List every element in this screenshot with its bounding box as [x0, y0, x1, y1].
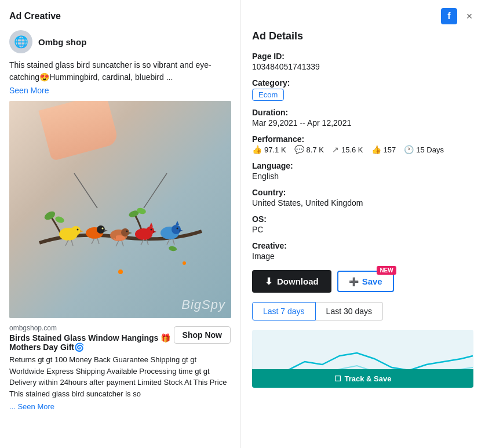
shop-row: 🌐 Ombg shop — [9, 30, 231, 53]
svg-marker-9 — [80, 230, 83, 232]
svg-point-18 — [121, 228, 129, 236]
svg-point-8 — [71, 226, 81, 235]
new-badge: NEW — [377, 266, 396, 275]
track-save-button[interactable]: ☐ Track & Save — [252, 369, 473, 388]
svg-line-44 — [173, 239, 174, 245]
creative-row: Creative: Image — [252, 241, 473, 261]
comments-value: 8.7 K — [307, 145, 324, 154]
svg-point-13 — [97, 225, 105, 234]
svg-marker-14 — [104, 230, 108, 232]
category-label: Category: — [252, 78, 473, 88]
perf-days: 🕐 15 Days — [404, 145, 444, 154]
facebook-icon: f — [441, 8, 457, 24]
duration-label: Duration: — [252, 108, 473, 117]
performance-values: 👍 97.1 K 💬 8.7 K ↗ 15.6 K 👍 157 🕐 — [252, 145, 473, 154]
perf-likes: 👍 97.1 K — [252, 145, 286, 154]
category-row: Category: Ecom — [252, 78, 473, 101]
svg-line-40 — [122, 241, 123, 246]
language-value: English — [252, 172, 473, 181]
page-title: Ad Creative — [9, 11, 61, 21]
svg-line-0 — [74, 173, 97, 208]
svg-point-2 — [43, 210, 56, 221]
ad-details-title: Ad Details — [252, 30, 473, 42]
category-badge: Ecom — [252, 89, 284, 101]
svg-marker-32 — [179, 230, 183, 232]
svg-marker-25 — [149, 223, 153, 227]
ad-image: BigSpy — [9, 101, 231, 318]
svg-point-30 — [172, 225, 181, 234]
svg-line-35 — [65, 240, 68, 246]
timeframe-row: Last 7 days Last 30 days — [252, 302, 473, 320]
country-label: Country: — [252, 188, 473, 197]
bigspy-watermark: BigSpy — [181, 297, 225, 312]
os-value: PC — [252, 225, 473, 234]
language-row: Language: English — [252, 161, 473, 181]
svg-point-21 — [126, 231, 127, 232]
left-panel: 🌐 Ombg shop This stained glass bird sunc… — [0, 0, 240, 448]
track-icon: ☐ — [334, 374, 341, 383]
shop-now-button[interactable]: Shop Now — [174, 326, 231, 344]
actions-row: ⬇ Download ➕ Save NEW — [252, 270, 473, 293]
creative-label: Creative: — [252, 241, 473, 250]
like-outline-icon: 👍 — [371, 145, 381, 154]
clock-icon: 🕐 — [404, 145, 414, 154]
download-icon: ⬇ — [265, 276, 272, 287]
page-id-value: 103484051741339 — [252, 62, 473, 71]
save-plus-icon: ➕ — [349, 277, 359, 286]
last7-button[interactable]: Last 7 days — [252, 302, 316, 320]
page-id-row: Page ID: 103484051741339 — [252, 52, 473, 71]
thumbs-up-icon: 👍 — [252, 145, 262, 154]
shop-name: Ombg shop — [38, 37, 86, 47]
unknown-value: 157 — [384, 145, 396, 154]
header-icons: f × — [441, 8, 476, 24]
svg-line-37 — [92, 238, 94, 244]
download-button[interactable]: ⬇ Download — [252, 270, 331, 293]
language-label: Language: — [252, 161, 473, 170]
last30-button[interactable]: Last 30 days — [316, 302, 383, 320]
close-icon[interactable]: × — [463, 10, 476, 23]
svg-line-38 — [97, 238, 99, 244]
svg-point-10 — [76, 229, 78, 231]
duration-value: Mar 29,2021 -- Apr 12,2021 — [252, 118, 473, 128]
country-row: Country: United States, United Kingdom — [252, 188, 473, 207]
svg-line-39 — [116, 241, 119, 246]
hand-illustration — [38, 101, 119, 161]
svg-marker-26 — [153, 231, 156, 233]
svg-point-6 — [168, 246, 177, 252]
svg-marker-20 — [129, 232, 132, 234]
ad-text: This stained glass bird suncatcher is so… — [9, 59, 231, 83]
birds-svg — [28, 173, 213, 301]
svg-point-24 — [146, 227, 154, 235]
duration-row: Duration: Mar 29,2021 -- Apr 12,2021 — [252, 108, 473, 128]
ad-body-text: Returns gt gt 100 Money Back Guarantee S… — [9, 354, 231, 399]
share-icon: ↗ — [332, 145, 339, 154]
svg-point-45 — [118, 269, 123, 274]
performance-label: Performance: — [252, 134, 473, 144]
days-value: 15 Days — [416, 145, 444, 154]
svg-point-15 — [101, 228, 103, 230]
ad-image-placeholder: BigSpy — [9, 101, 231, 318]
page-header: Ad Creative f × — [0, 0, 485, 29]
comment-icon: 💬 — [294, 145, 304, 154]
avatar: 🌐 — [9, 30, 32, 53]
chart-preview: ☐ Track & Save — [252, 330, 473, 388]
performance-row: Performance: 👍 97.1 K 💬 8.7 K ↗ 15.6 K 👍… — [252, 134, 473, 154]
svg-point-27 — [150, 229, 152, 231]
shares-value: 15.6 K — [341, 145, 363, 154]
perf-unknown: 👍 157 — [371, 145, 396, 154]
perf-comments: 💬 8.7 K — [294, 145, 324, 154]
svg-line-36 — [71, 240, 73, 246]
likes-value: 97.1 K — [264, 145, 286, 154]
svg-point-33 — [176, 228, 178, 230]
page-id-label: Page ID: — [252, 52, 473, 61]
save-button[interactable]: ➕ Save NEW — [337, 271, 394, 292]
creative-value: Image — [252, 252, 473, 261]
country-value: United States, United Kingdom — [252, 198, 473, 207]
svg-point-3 — [54, 216, 64, 224]
seen-more-link-2[interactable]: ... Seen More — [9, 402, 54, 411]
svg-line-1 — [144, 173, 167, 208]
seen-more-link-1[interactable]: Seen More — [9, 86, 231, 95]
ad-footer: Shop Now ombgshop.com Birds Stained Glas… — [9, 324, 231, 411]
perf-shares: ↗ 15.6 K — [332, 145, 363, 154]
main-container: 🌐 Ombg shop This stained glass bird sunc… — [0, 0, 485, 448]
